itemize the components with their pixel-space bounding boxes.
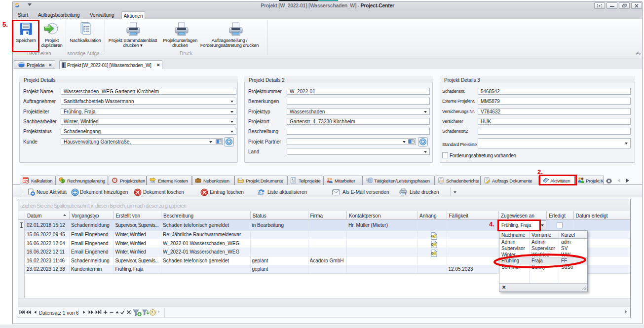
svg-text:$: $ — [62, 180, 64, 183]
